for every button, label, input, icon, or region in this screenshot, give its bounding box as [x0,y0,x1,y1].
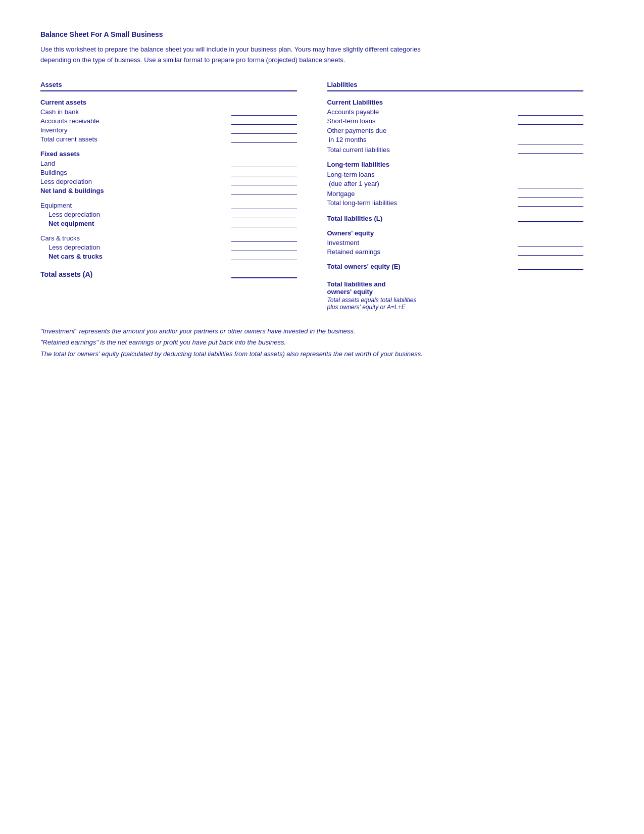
total-assets-row: Total assets (A) [40,270,297,278]
page-title: Balance Sheet For A Small Business [40,30,604,38]
list-item: Net land & buildings [40,187,297,194]
list-item: Long-term loans (due after 1 year) [327,170,584,188]
list-item: Total current liabilities [327,146,584,154]
total-combined-section: Total liabilities and owners' equity Tot… [327,280,584,311]
total-combined-note2: plus owners' equity or A=L+E [327,304,584,311]
total-combined-label2: owners' equity [327,288,584,296]
list-item: Less depreciation [40,243,297,251]
assets-column: Assets Current assets Cash in bank Accou… [40,81,317,311]
list-item: Cash in bank [40,108,297,116]
fixed-assets-section: Fixed assets Land Buildings Less depreci… [40,150,297,194]
list-item: Inventory [40,126,297,134]
total-combined-label1: Total liabilities and [327,280,584,288]
list-item: Equipment [40,202,297,209]
list-item: Land [40,160,297,167]
current-assets-section: Current assets Cash in bank Accounts rec… [40,99,297,143]
cars-section: Cars & trucks Less depreciation Net cars… [40,234,297,260]
intro-text: Use this worksheet to prepare the balanc… [40,44,434,66]
list-item: Net equipment [40,220,297,227]
list-item: Cars & trucks [40,234,297,242]
list-item: Accounts receivable [40,117,297,125]
owners-equity-title: Owners' equity [327,229,584,237]
footnote-1: "Investment" represents the amount you a… [40,326,495,337]
long-term-liabilities-title: Long-term liabilities [327,161,584,168]
current-assets-title: Current assets [40,99,297,106]
liabilities-header: Liabilities [327,81,584,91]
list-item: Mortgage [327,190,584,198]
list-item: Net cars & trucks [40,253,297,260]
assets-header: Assets [40,81,297,91]
current-liabilities-title: Current Liabilities [327,99,584,106]
list-item: Less depreciation [40,211,297,218]
footnotes: "Investment" represents the amount you a… [40,326,495,359]
list-item: Total current assets [40,135,297,143]
equipment-section: Equipment Less depreciation Net equipmen… [40,202,297,227]
list-item: Buildings [40,169,297,176]
list-item: Accounts payable [327,108,584,116]
total-liabilities-row: Total liabilities (L) [327,215,584,222]
long-term-liabilities-section: Long-term liabilities Long-term loans (d… [327,161,584,207]
list-item: Retained earnings [327,248,584,256]
list-item: Total long-term liabilities [327,199,584,207]
list-item: Less depreciation [40,178,297,185]
list-item: Other payments due in 12 months [327,126,584,144]
owners-equity-section: Owners' equity Investment Retained earni… [327,229,584,256]
current-liabilities-section: Current Liabilities Accounts payable Sho… [327,99,584,154]
fixed-assets-title: Fixed assets [40,150,297,158]
total-combined-note1: Total assets equals total liabilities [327,297,584,304]
liabilities-column: Liabilities Current Liabilities Accounts… [317,81,604,311]
footnote-2: "Retained earnings" is the net earnings … [40,337,495,348]
footnote-3: The total for owners' equity (calculated… [40,349,495,360]
list-item: Short-term loans [327,117,584,125]
total-equity-row: Total owners' equity (E) [327,263,584,270]
list-item: Investment [327,239,584,247]
